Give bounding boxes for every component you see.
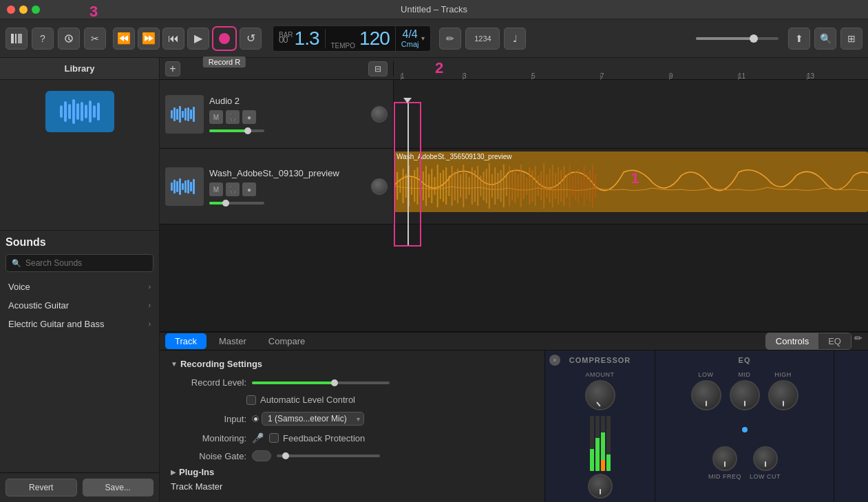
svg-rect-19 <box>437 165 438 207</box>
tempo-display: TEMPO 120 <box>326 26 395 51</box>
browser-button[interactable]: 🔍 <box>814 28 836 50</box>
library-button[interactable] <box>6 28 28 50</box>
record-level-row: Record Level: <box>171 377 533 388</box>
svg-rect-4 <box>394 176 395 196</box>
tab-track[interactable]: Track <box>165 333 207 349</box>
sidebar-item-electric-guitar[interactable]: Electric Guitar and Bass › <box>6 315 154 333</box>
svg-rect-6 <box>399 179 401 193</box>
track-volume-slider-audio2[interactable] <box>209 129 264 132</box>
revert-button[interactable]: Revert <box>6 479 77 496</box>
track-thumbnail-audio2 <box>165 95 204 134</box>
audio-region-wash[interactable]: Wash_AdobeSt._356509130_preview <box>394 151 868 212</box>
low-cut-knob[interactable] <box>753 446 778 471</box>
track-row-wash: Wash_AdobeSt._09130_preview M 🎧 ● <box>160 149 868 224</box>
track-volume-slider-wash[interactable] <box>209 202 264 205</box>
eq-section: EQ LOW MID <box>655 351 834 502</box>
track-headphone-button-wash[interactable]: 🎧 <box>226 182 240 196</box>
tab-compare[interactable]: Compare <box>259 333 315 349</box>
svg-rect-20 <box>440 173 441 199</box>
noise-gate-toggle[interactable] <box>252 450 271 461</box>
svg-rect-41 <box>500 170 502 202</box>
save-button[interactable]: Save... <box>83 479 154 496</box>
track-pan-knob-audio2[interactable] <box>371 106 388 123</box>
smart-tempo-button[interactable] <box>58 28 80 50</box>
add-track-button[interactable]: + <box>165 61 180 76</box>
svg-rect-22 <box>445 167 447 205</box>
svg-rect-54 <box>538 176 539 196</box>
track-record-arm-button-wash[interactable]: ● <box>242 182 256 196</box>
minimize-button[interactable] <box>19 6 28 14</box>
plugin-button[interactable]: ⊞ <box>840 28 862 50</box>
rewind-button[interactable]: ⏪ <box>113 28 135 50</box>
compressor-small-knob[interactable] <box>588 474 613 499</box>
window-title: Untitled – Tracks <box>401 4 467 14</box>
track-mute-button-wash[interactable]: M <box>209 182 223 196</box>
help-button[interactable]: ? <box>32 28 54 50</box>
chevron-right-icon: › <box>149 283 151 291</box>
scissors-button[interactable]: ✂ <box>84 28 106 50</box>
fast-forward-button[interactable]: ⏩ <box>138 28 160 50</box>
tab-master[interactable]: Master <box>209 333 256 349</box>
input-row: Input: 1 (Samso...eteor Mic) <box>171 412 533 426</box>
mid-freq-knob[interactable] <box>712 446 737 471</box>
track-pan-knob-wash[interactable] <box>371 178 388 195</box>
svg-rect-49 <box>523 173 525 199</box>
svg-rect-60 <box>555 173 556 199</box>
filter-button[interactable]: ⊟ <box>368 61 388 76</box>
library-content <box>0 80 159 231</box>
track-master-label: Track Master <box>171 481 222 492</box>
svg-rect-23 <box>448 176 449 196</box>
track-mute-button[interactable]: M <box>209 110 223 124</box>
input-radio[interactable] <box>252 415 259 422</box>
search-input[interactable] <box>25 258 147 268</box>
mid-knob[interactable] <box>730 380 760 410</box>
svg-rect-46 <box>514 169 516 203</box>
svg-rect-71 <box>586 173 588 199</box>
share-button[interactable]: ⬆ <box>788 28 810 50</box>
tracks-header-row: + 3 ⊟ 2 1 3 5 7 <box>160 58 868 80</box>
tab-eq[interactable]: EQ <box>818 333 851 349</box>
track-info-audio2: Audio 2 M 🎧 ● <box>209 96 366 132</box>
sidebar-item-voice[interactable]: Voice › <box>6 278 154 296</box>
input-select[interactable]: 1 (Samso...eteor Mic) <box>262 412 364 426</box>
track-record-arm-button[interactable]: ● <box>242 110 256 124</box>
svg-rect-21 <box>443 170 444 202</box>
high-label: HIGH <box>774 371 792 378</box>
track-area: + 3 ⊟ 2 1 3 5 7 <box>160 58 868 502</box>
record-level-label: Record Level: <box>171 377 246 388</box>
svg-rect-45 <box>511 171 513 200</box>
low-label: LOW <box>698 371 713 378</box>
play-button[interactable]: ▶ <box>187 28 209 50</box>
low-knob[interactable] <box>691 380 721 410</box>
compressor-close-button[interactable]: × <box>549 355 560 366</box>
pencil-tool-button[interactable]: ✏ <box>439 28 461 50</box>
close-button[interactable] <box>7 6 15 14</box>
amount-knob[interactable] <box>585 380 615 410</box>
record-level-slider[interactable] <box>252 381 390 384</box>
record-button[interactable]: Record R <box>212 26 237 51</box>
fullscreen-button[interactable] <box>32 6 40 14</box>
svg-rect-68 <box>578 169 579 203</box>
sidebar-item-acoustic-guitar[interactable]: Acoustic Guitar › <box>6 296 154 315</box>
cycle-button[interactable]: ↺ <box>240 28 262 50</box>
feedback-checkbox[interactable] <box>269 433 279 443</box>
tab-controls[interactable]: Controls <box>766 333 818 349</box>
mid-knob-wrap: MID <box>730 371 760 410</box>
bottom-right-panel: × COMPRESSOR AMOUNT <box>545 351 868 502</box>
go-to-start-button[interactable]: ⏮ <box>162 28 184 50</box>
noise-gate-slider[interactable] <box>277 454 380 457</box>
time-signature[interactable]: 4/4 Cmaj ▾ <box>395 26 431 51</box>
master-volume-slider[interactable] <box>696 37 779 40</box>
auto-level-checkbox[interactable] <box>246 395 256 405</box>
edit-icon[interactable]: ✏ <box>854 333 862 350</box>
track-headphone-button[interactable]: 🎧 <box>226 110 240 124</box>
vu-meter <box>590 416 611 471</box>
svg-rect-38 <box>491 174 493 198</box>
search-box[interactable]: 🔍 <box>6 254 154 272</box>
bar-value: 00 <box>279 34 287 45</box>
svg-rect-9 <box>408 165 410 207</box>
track-controls-audio2: Audio 2 M 🎧 ● <box>160 80 394 148</box>
high-knob[interactable] <box>768 380 798 410</box>
low-cut-knob-wrap: LOW CUT <box>750 446 781 480</box>
metronome-button[interactable]: ♩ <box>504 28 526 50</box>
